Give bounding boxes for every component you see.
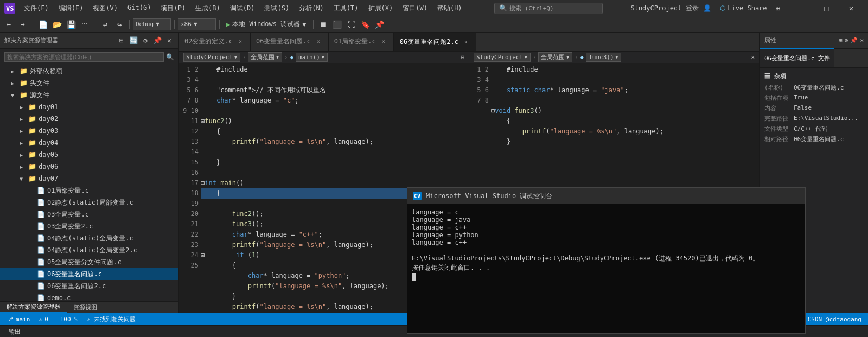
menu-item[interactable]: 文件(F) [20,3,53,14]
maximize-button[interactable]: □ [814,0,839,16]
git-branch-item[interactable]: ⎇ main [4,313,33,325]
menu-item[interactable]: 分析(N) [295,3,328,14]
tree-item[interactable]: 📄03全局变量2.c [0,220,178,232]
menu-item[interactable]: 测试(S) [260,3,293,14]
platform-dropdown[interactable]: x86 ▼ [178,18,216,30]
sidebar-search-icon[interactable]: 🔍 [166,53,174,61]
toolbar-btn-5[interactable]: 📌 [373,18,386,31]
tree-item[interactable]: 📄04静态(static)全局变量2.c [0,244,178,256]
editor-tab[interactable]: 06变量量名问题.c× [251,33,329,51]
tab-close-button[interactable]: × [236,37,245,46]
tree-label: day04 [39,139,58,147]
menu-item[interactable]: 窗口(W) [398,3,432,14]
tree-item[interactable]: ▶📁外部依赖项 [0,65,178,77]
editor-tab-right[interactable]: 06变量重名问题2.c× [394,33,476,51]
menu-item[interactable]: 项目(P) [156,3,190,14]
tree-item[interactable]: 📄01局部变量.c [0,185,178,196]
split-icon[interactable]: ⊟ [461,54,464,61]
sidebar-tab-solution[interactable]: 解决方案资源管理器 [0,302,67,313]
refresh-icon[interactable]: 🔄 [129,36,138,46]
back-button[interactable]: ⬅ [2,18,15,31]
function-breadcrumb[interactable]: main() ▾ [296,53,327,62]
scope-breadcrumb-r[interactable]: 全局范围 ▾ [538,52,572,62]
scope-breadcrumb[interactable]: 全局范围 ▾ [248,52,282,62]
error-item[interactable]: ⚠ 0 [37,313,54,325]
tree-item[interactable]: ▶📁day06 [0,161,178,173]
close-button[interactable]: ✕ [839,0,864,16]
tree-file-icon: 📁 [20,67,28,75]
prop-icon-2[interactable]: ⚙ [845,37,848,44]
menu-item[interactable]: 帮助(H) [433,3,467,14]
prop-row: 文件类型C/C++ 代码 [764,124,864,134]
pin-icon[interactable]: 📌 [152,36,162,46]
tree-item[interactable]: 📄demo.c [0,292,178,301]
new-file-button[interactable]: 📄 [36,18,49,31]
prop-tab-file[interactable]: 06变量重名问题.c 文件 [760,48,834,67]
menu-item[interactable]: 工具(T) [329,3,363,14]
output-tab[interactable]: 输出 [4,326,25,338]
close-pane-icon[interactable]: ✕ [751,54,755,61]
tree-item[interactable]: ▼📁源文件 [0,89,178,101]
tree-item[interactable]: 📄06变量重名问题.c [0,268,178,280]
live-share-label: Live Share [727,4,767,12]
menu-item[interactable]: 扩展(X) [364,3,398,14]
open-button[interactable]: 📂 [50,18,63,31]
forward-button[interactable]: ➡ [16,18,29,31]
prop-icon-1[interactable]: ⊞ [839,37,843,44]
redo-button[interactable]: ↪ [113,18,126,31]
project-breadcrumb[interactable]: StudyCProject ▾ [183,53,240,62]
expand-icon[interactable]: ☰ [764,73,770,80]
toolbar-btn-4[interactable]: 🔖 [359,18,372,31]
tree-item[interactable]: 📄04静态(static)全局变量.c [0,232,178,244]
tree-item[interactable]: 📄05全局变量分文件问题.c [0,256,178,268]
debug-config-dropdown[interactable]: Debug ▼ [133,18,171,30]
menu-item[interactable]: 生成(B) [191,3,225,14]
tree-item[interactable]: 📄06变量重名问题2.c [0,280,178,292]
minimize-button[interactable]: — [789,0,814,16]
errors-item[interactable]: ⚠ 未找到相关问题 [85,313,138,325]
prop-close-icon[interactable]: ✕ [860,37,864,44]
tree-item[interactable]: ▼📁day07 [0,173,178,185]
title-bar-center: 🔍 搜索 (Ctrl+Q) [471,3,627,14]
editor-tab[interactable]: 02变量的定义.c× [179,33,251,51]
tree-item[interactable]: ▶📁day05 [0,149,178,161]
zoom-item[interactable]: 100 % [58,313,80,325]
tree-item[interactable]: ▶📁头文件 [0,77,178,89]
menu-item[interactable]: 编辑(E) [54,3,88,14]
tree-item[interactable]: ▶📁day03 [0,125,178,137]
tab-close-button[interactable]: × [379,37,388,46]
tab-close-button[interactable]: × [314,37,323,46]
live-share-button[interactable]: ⬡ Live Share [716,3,771,13]
tree-item[interactable]: ▶📁day01 [0,101,178,113]
prop-pin-icon[interactable]: 📌 [850,37,858,44]
toolbar-btn-3[interactable]: ⛶ [345,18,358,31]
editor-tab[interactable]: 01局部变量.c× [329,33,394,51]
tree-item[interactable]: ▶📁day04 [0,137,178,149]
tab-close-button-r[interactable]: × [462,37,470,46]
collapse-icon[interactable]: ⊟ [117,36,126,46]
global-search-box[interactable]: 🔍 搜索 (Ctrl+Q) [494,3,603,14]
close-sidebar-icon[interactable]: ✕ [164,36,174,46]
function-breadcrumb-r[interactable]: func3() ▾ [586,53,621,62]
undo-button[interactable]: ↩ [99,18,112,31]
title-bar-right: StudyCProject 登录 👤 ⬡ Live Share ⊞ [630,3,780,13]
breadcrumb-sep-1: › [242,54,246,61]
sidebar-tab-resources[interactable]: 资源视图 [67,302,104,313]
menu-item[interactable]: Git(G) [123,3,155,14]
menu-item[interactable]: 调试(D) [226,3,259,14]
toolbar-btn-2[interactable]: ⬛ [331,18,344,31]
menu-item[interactable]: 视图(V) [88,3,122,14]
save-button[interactable]: 💾 [65,18,78,31]
sidebar-search-input[interactable] [4,52,164,62]
tree-item[interactable]: ▶📁day02 [0,113,178,125]
filter-icon[interactable]: ⚙ [141,36,150,46]
project-breadcrumb-r[interactable]: StudyCProject ▾ [474,53,531,62]
save-all-button[interactable]: 🗃 [79,18,92,31]
tree-item[interactable]: 📄03全局变量.c [0,208,178,220]
login-button[interactable]: 登录 [686,4,699,13]
debug-console-content[interactable]: language = c language = java language = … [407,204,805,333]
run-button[interactable]: ▶ 本地 Windows 调试器 ▼ [223,18,310,30]
tree-item[interactable]: 📄02静态(static)局部变量.c [0,196,178,208]
toolbar-btn-1[interactable]: ⏹ [317,18,330,31]
function-label: main() [298,54,320,61]
